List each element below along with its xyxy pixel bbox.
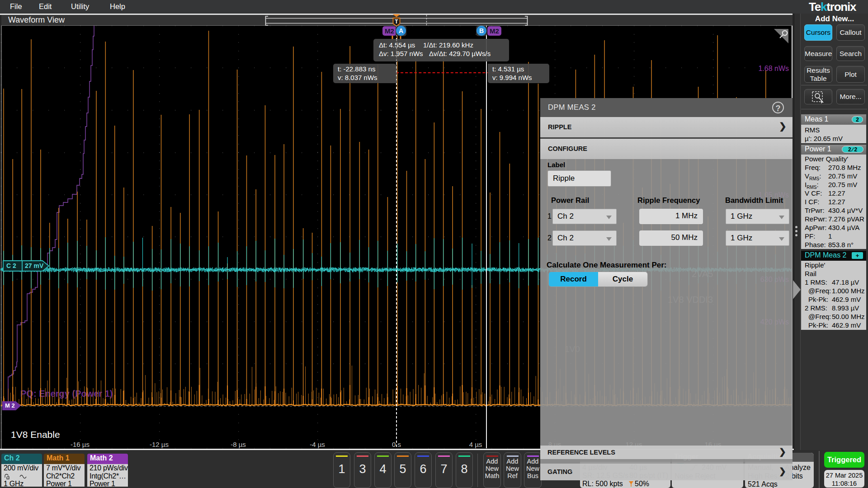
svg-text:1.68 nWs: 1.68 nWs — [758, 65, 789, 72]
svg-text:T: T — [395, 19, 398, 25]
